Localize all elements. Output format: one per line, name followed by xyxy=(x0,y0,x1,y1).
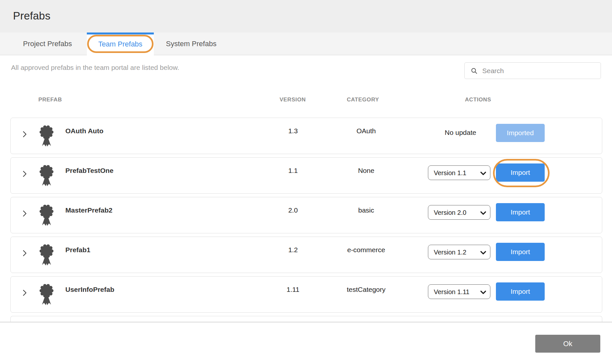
tab-project-prefabs[interactable]: Project Prefabs xyxy=(13,32,82,55)
version-select[interactable]: Version 1.2 xyxy=(428,245,490,259)
page-title: Prefabs xyxy=(13,10,50,22)
search-input[interactable] xyxy=(482,63,601,79)
title-bar: Prefabs xyxy=(0,0,612,32)
version-select-wrap: Version 2.0 xyxy=(428,205,490,220)
tab-system-prefabs[interactable]: System Prefabs xyxy=(154,32,229,55)
prefab-category: OAuth xyxy=(342,127,391,135)
column-header-category: CATEGORY xyxy=(339,97,387,103)
update-status: No update xyxy=(430,129,491,136)
prefab-badge-icon xyxy=(39,204,54,228)
chevron-right-icon[interactable] xyxy=(20,209,29,218)
table-row-partial xyxy=(10,316,602,322)
table-row: PrefabTestOne 1.1 None Version 1.1 Impor… xyxy=(10,157,602,194)
prefab-version: 1.3 xyxy=(270,127,316,135)
prefab-badge-icon xyxy=(39,164,54,188)
prefab-badge-icon xyxy=(39,125,54,148)
prefab-badge-icon xyxy=(39,244,54,267)
chevron-right-icon[interactable] xyxy=(20,170,29,178)
search-box xyxy=(464,62,601,79)
import-button[interactable]: Import xyxy=(496,203,545,221)
prefab-name: MasterPrefab2 xyxy=(65,206,113,214)
chevron-right-icon[interactable] xyxy=(20,289,29,297)
search-icon xyxy=(471,67,478,74)
prefabs-dialog: Prefabs Project Prefabs Team Prefabs Sys… xyxy=(0,0,612,364)
table-row: UserInfoPrefab 1.11 testCategory Version… xyxy=(10,276,602,313)
ok-button[interactable]: Ok xyxy=(535,335,600,353)
prefab-category: e-commerce xyxy=(342,246,391,254)
tab-label: Team Prefabs xyxy=(98,40,142,48)
prefab-version: 2.0 xyxy=(270,206,316,214)
prefab-name: OAuth Auto xyxy=(65,127,103,135)
prefab-name: UserInfoPrefab xyxy=(65,286,114,293)
version-select-wrap: Version 1.1 xyxy=(428,165,490,180)
table-row: Prefab1 1.2 e-commerce Version 1.2 Impor… xyxy=(10,237,602,273)
prefab-category: testCategory xyxy=(342,286,391,293)
version-select-wrap: Version 1.2 xyxy=(428,245,490,259)
import-button[interactable]: Import xyxy=(496,163,545,182)
chevron-right-icon[interactable] xyxy=(20,249,29,257)
prefab-badge-icon xyxy=(39,283,54,307)
tab-label: Project Prefabs xyxy=(23,40,72,48)
imported-button: Imported xyxy=(496,124,545,142)
prefab-version: 1.11 xyxy=(270,286,316,293)
tab-team-prefabs[interactable]: Team Prefabs xyxy=(87,32,154,56)
prefab-category: basic xyxy=(342,206,391,214)
chevron-right-icon[interactable] xyxy=(20,130,29,138)
tab-label: System Prefabs xyxy=(166,40,216,48)
version-select[interactable]: Version 1.11 xyxy=(428,284,490,299)
table-row: MasterPrefab2 2.0 basic Version 2.0 Impo… xyxy=(10,197,602,233)
version-select-wrap: Version 1.11 xyxy=(428,284,490,299)
column-header-actions: ACTIONS xyxy=(454,97,502,103)
prefab-version: 1.1 xyxy=(270,167,316,175)
version-select[interactable]: Version 2.0 xyxy=(428,205,490,220)
prefab-name: PrefabTestOne xyxy=(65,167,113,175)
table-row: OAuth Auto 1.3 OAuth No update Imported xyxy=(10,118,602,154)
import-button[interactable]: Import xyxy=(496,282,545,301)
tab-bar: Project Prefabs Team Prefabs System Pref… xyxy=(0,32,612,55)
column-header-version: VERSION xyxy=(270,97,315,103)
prefab-name: Prefab1 xyxy=(65,246,90,254)
list-description: All approved prefabs in the team portal … xyxy=(11,64,179,72)
import-button[interactable]: Import xyxy=(496,243,545,261)
version-select[interactable]: Version 1.1 xyxy=(428,165,490,180)
footer-divider xyxy=(0,322,612,322)
prefab-category: None xyxy=(342,167,391,175)
column-header-prefab: PREFAB xyxy=(38,97,62,103)
prefab-version: 1.2 xyxy=(270,246,316,254)
